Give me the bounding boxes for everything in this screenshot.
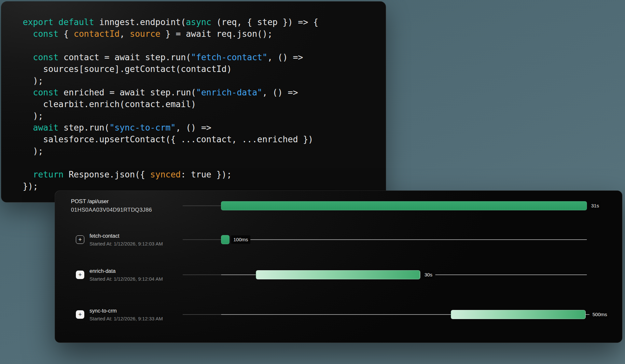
- step-duration-label: 30s: [422, 271, 435, 279]
- trace-header: POST /api/user 01HS0AA03V04D91RTDQ3J86: [71, 197, 152, 214]
- timeline-lead-line: [183, 274, 221, 275]
- step-name: enrich-data: [90, 268, 116, 274]
- step-span-bar[interactable]: [256, 270, 420, 279]
- code-editor-panel: export default inngest.endpoint(async (r…: [1, 1, 386, 203]
- timeline-lead-line: [183, 205, 221, 206]
- step-name: fetch-contact: [90, 233, 119, 239]
- step-span-bar[interactable]: [451, 310, 586, 319]
- expand-step-button[interactable]: +: [76, 235, 84, 244]
- timeline-window-line: [221, 314, 451, 315]
- trace-panel: POST /api/user 01HS0AA03V04D91RTDQ3J86 3…: [55, 190, 622, 343]
- timeline-end-tick: [586, 314, 590, 315]
- timeline-lead-line: [183, 239, 221, 240]
- code-block: export default inngest.endpoint(async (r…: [23, 16, 379, 196]
- step-started-at: Started At: 1/12/2026, 9:12:03 AM: [90, 241, 163, 247]
- timeline-window-line: [221, 274, 256, 275]
- step-duration-label: 100ms: [231, 235, 250, 244]
- step-duration-label: 500ms: [590, 310, 609, 319]
- step-name: sync-to-crm: [90, 308, 117, 314]
- timeline-lead-line: [183, 314, 221, 315]
- root-duration-label: 31s: [589, 202, 601, 210]
- timeline-trail-line: [435, 274, 587, 275]
- run-id: 01HS0AA03V04D91RTDQ3J86: [71, 206, 152, 214]
- expand-step-button[interactable]: +: [76, 310, 84, 319]
- root-span-bar[interactable]: [221, 201, 587, 210]
- plus-icon: +: [78, 237, 82, 243]
- plus-icon: +: [78, 312, 82, 317]
- timeline-trail-line: [250, 239, 587, 240]
- step-started-at: Started At: 1/12/2026, 9:12:33 AM: [90, 315, 163, 322]
- step-started-at: Started At: 1/12/2026, 9:12:04 AM: [90, 276, 163, 282]
- request-method-path: POST /api/user: [71, 197, 152, 206]
- step-span-bar[interactable]: [221, 235, 229, 244]
- plus-icon: +: [78, 272, 82, 278]
- expand-step-button[interactable]: +: [76, 271, 84, 279]
